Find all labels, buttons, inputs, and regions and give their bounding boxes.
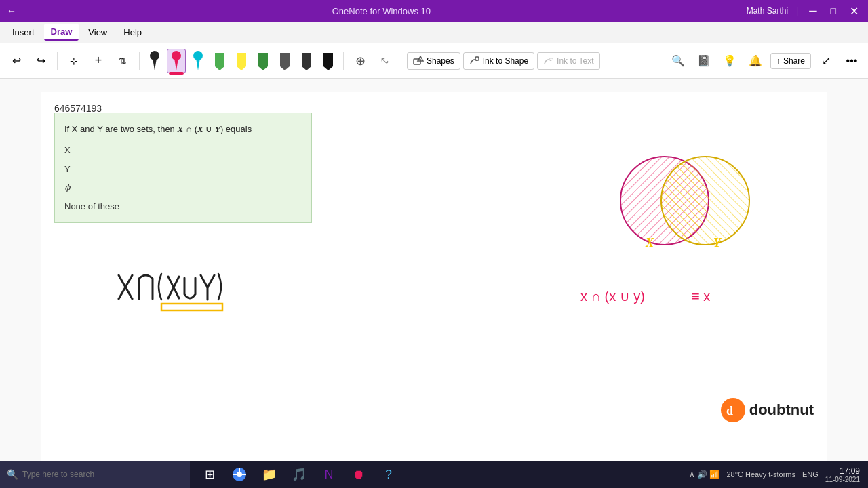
back-icon[interactable]: ← xyxy=(7,5,16,16)
separator-3 xyxy=(343,52,344,70)
title-bar-left: ← xyxy=(7,5,16,16)
separator-4 xyxy=(401,52,401,70)
svg-rect-23 xyxy=(161,304,222,310)
highlighter-dark1[interactable] xyxy=(275,49,294,73)
question-text: If X and Y are two sets, then X ∩ (X ∪ Y… xyxy=(64,121,302,137)
doubtnut-logo: d doubtnut xyxy=(719,396,814,424)
time-display: 17:09 xyxy=(825,466,860,476)
svg-marker-1 xyxy=(153,58,157,70)
add-tool[interactable]: + xyxy=(87,50,109,72)
separator-2 xyxy=(139,52,140,70)
ink-to-shape-label: Ink to Shape xyxy=(483,56,528,66)
language-indicator: ENG xyxy=(802,470,818,479)
onenote-icon[interactable]: N xyxy=(315,461,343,488)
svg-marker-6 xyxy=(215,53,224,70)
eraser-btn[interactable]: ↩ xyxy=(369,45,399,76)
select-tool[interactable]: ⊹ xyxy=(63,50,85,72)
svg-marker-10 xyxy=(302,53,311,70)
add-space-btn[interactable]: ⊕ xyxy=(349,50,371,72)
toolbar: ↩ ↪ ⊹ + ⇅ xyxy=(0,43,868,79)
svg-line-21 xyxy=(208,275,214,287)
option-y: Y xyxy=(64,161,302,177)
help-icon[interactable]: ? xyxy=(374,461,403,488)
svg-text:d: d xyxy=(726,404,733,418)
venn-svg: X Y xyxy=(610,146,760,268)
svg-text:T: T xyxy=(549,58,553,64)
minimize-btn[interactable]: ─ xyxy=(806,5,819,17)
menu-draw[interactable]: Draw xyxy=(44,24,79,41)
svg-text:x ∩ (x ∪ y): x ∩ (x ∪ y) xyxy=(580,289,645,304)
svg-line-20 xyxy=(201,275,208,287)
taskbar: 🔍 ⊞ 📁 🎵 N ⏺ ? ∧ 🔊 📶 28°C Heavy t-storms … xyxy=(0,461,868,488)
highlighter-black[interactable] xyxy=(319,49,338,73)
pen-black-round[interactable] xyxy=(145,49,164,73)
maximize-btn[interactable]: □ xyxy=(828,5,839,16)
ink-to-shape-button[interactable]: Ink to Shape xyxy=(463,52,534,70)
pen-cyan[interactable] xyxy=(189,49,208,73)
close-btn[interactable]: ✕ xyxy=(847,5,861,18)
app-icon-1[interactable]: 🎵 xyxy=(285,461,313,488)
highlighter-dark2[interactable] xyxy=(297,49,316,73)
ink-to-text-button: T Ink to Text xyxy=(537,52,599,70)
title-bar: ← OneNote for Windows 10 Math Sarthi | ─… xyxy=(0,0,868,22)
redo-button[interactable]: ↪ xyxy=(30,50,52,72)
user-name: Math Sarthi xyxy=(747,6,788,16)
share-button[interactable]: ↑ Share xyxy=(770,53,811,69)
shapes-button[interactable]: Shapes xyxy=(407,52,460,70)
more-options-icon[interactable]: ••• xyxy=(841,50,863,72)
expand-icon[interactable]: ⤢ xyxy=(815,50,837,72)
svg-marker-11 xyxy=(323,53,333,70)
windows-button[interactable]: ⊞ xyxy=(195,461,224,488)
solution-line1-svg: x ∩ (x ∪ y) xyxy=(580,282,689,309)
taskbar-search[interactable]: 🔍 xyxy=(0,461,190,488)
title-bar-right: Math Sarthi | ─ □ ✕ xyxy=(747,5,861,18)
menu-insert[interactable]: Insert xyxy=(5,24,41,40)
venn-diagram: X Y xyxy=(610,146,760,268)
ink-to-text-icon: T xyxy=(543,56,554,66)
bell-icon[interactable]: 🔔 xyxy=(745,50,766,72)
highlighter-green[interactable] xyxy=(210,49,229,73)
doubtnut-icon: d xyxy=(719,396,747,424)
search-icon[interactable]: 🔍 xyxy=(667,50,689,72)
menu-help[interactable]: Help xyxy=(117,24,149,40)
svg-rect-12 xyxy=(414,59,420,64)
ink-to-text-label: Ink to Text xyxy=(557,56,593,66)
bulb-icon[interactable]: 💡 xyxy=(719,50,741,72)
title-separator: | xyxy=(796,6,798,16)
svg-text:≡ x: ≡ x xyxy=(692,289,710,304)
share-label: Share xyxy=(783,56,805,66)
svg-marker-7 xyxy=(237,53,246,70)
content-area: 646574193 If X and Y are two sets, then … xyxy=(0,79,868,461)
pen-pink[interactable] xyxy=(167,49,186,73)
search-icon: 🔍 xyxy=(7,469,18,480)
notebook-icon[interactable]: 📓 xyxy=(693,50,715,72)
clock-area: 17:09 11-09-2021 xyxy=(825,466,860,483)
menu-bar: Insert Draw View Help xyxy=(0,22,868,43)
taskbar-search-input[interactable] xyxy=(22,470,172,479)
date-display: 11-09-2021 xyxy=(825,476,860,483)
svg-marker-9 xyxy=(280,53,290,70)
separator-1 xyxy=(57,52,58,70)
highlighter-yellow[interactable] xyxy=(232,49,251,73)
taskbar-right: ∧ 🔊 📶 28°C Heavy t-storms ENG 17:09 11-0… xyxy=(681,466,868,483)
app-title: OneNote for Windows 10 xyxy=(332,6,431,16)
weather-info: 28°C Heavy t-storms xyxy=(726,470,795,479)
svg-marker-5 xyxy=(196,58,200,70)
record-icon[interactable]: ⏺ xyxy=(344,461,373,488)
menu-view[interactable]: View xyxy=(81,24,114,40)
option-x: X xyxy=(64,142,302,158)
svg-marker-3 xyxy=(174,58,178,70)
svg-marker-8 xyxy=(258,53,268,70)
solution-area: x ∩ (x ∪ y) ≡ x xyxy=(580,282,746,312)
system-tray-icons: ∧ 🔊 📶 xyxy=(689,470,720,479)
shapes-icon xyxy=(413,56,424,66)
undo-button[interactable]: ↩ xyxy=(5,50,27,72)
file-explorer-icon[interactable]: 📁 xyxy=(255,461,283,488)
highlighter-dark-green[interactable] xyxy=(254,49,273,73)
chrome-icon[interactable] xyxy=(225,461,254,488)
solution-line2-svg: ≡ x xyxy=(692,282,746,309)
move-tool[interactable]: ⇅ xyxy=(112,50,134,72)
option-none: None of these xyxy=(64,199,302,214)
question-box: If X and Y are two sets, then X ∩ (X ∪ Y… xyxy=(54,113,312,223)
option-phi: ϕ xyxy=(64,180,302,195)
